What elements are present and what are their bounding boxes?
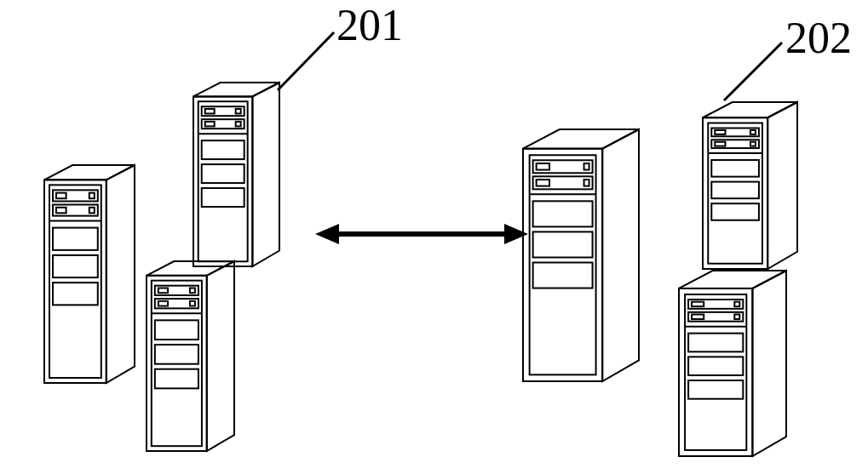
svg-rect-81 (692, 315, 704, 319)
server-s3 (145, 260, 236, 453)
svg-rect-68 (750, 142, 756, 146)
svg-rect-36 (158, 288, 168, 294)
leader-201 (278, 32, 334, 90)
server-s4 (521, 128, 641, 383)
svg-rect-62 (708, 123, 762, 264)
svg-rect-64 (715, 130, 725, 134)
svg-marker-5 (106, 165, 135, 383)
server-s5 (701, 100, 799, 271)
svg-rect-70 (711, 160, 759, 177)
svg-rect-26 (236, 122, 241, 126)
svg-rect-54 (584, 180, 589, 186)
svg-rect-7 (53, 190, 98, 201)
svg-rect-16 (53, 283, 98, 305)
svg-marker-61 (767, 102, 797, 269)
svg-rect-8 (56, 193, 66, 199)
svg-rect-11 (56, 208, 66, 214)
svg-rect-71 (711, 182, 759, 199)
svg-rect-51 (584, 163, 589, 170)
svg-rect-29 (202, 164, 244, 183)
svg-rect-14 (53, 228, 98, 250)
svg-rect-53 (537, 180, 549, 186)
svg-rect-58 (533, 262, 593, 288)
svg-rect-82 (734, 315, 739, 319)
svg-rect-40 (190, 301, 195, 306)
svg-rect-43 (155, 345, 198, 364)
svg-rect-39 (158, 301, 168, 306)
svg-marker-75 (752, 271, 786, 456)
label-202: 202 (785, 13, 852, 63)
svg-marker-33 (207, 261, 234, 451)
svg-rect-24 (202, 119, 244, 128)
svg-rect-21 (202, 106, 244, 116)
svg-rect-86 (688, 380, 743, 399)
svg-rect-25 (205, 122, 215, 126)
svg-rect-57 (533, 231, 593, 257)
svg-rect-78 (692, 302, 704, 306)
svg-rect-73 (679, 288, 752, 456)
svg-rect-50 (537, 163, 549, 170)
svg-marker-1 (315, 224, 339, 244)
svg-rect-23 (236, 109, 241, 113)
svg-rect-85 (688, 357, 743, 375)
svg-marker-47 (602, 129, 639, 381)
leader-202 (724, 43, 782, 100)
svg-rect-37 (190, 288, 195, 294)
svg-rect-65 (750, 130, 756, 134)
svg-rect-72 (711, 203, 759, 220)
svg-rect-44 (155, 369, 198, 389)
svg-rect-42 (155, 320, 198, 340)
svg-rect-28 (202, 140, 244, 159)
svg-rect-15 (53, 255, 98, 277)
svg-rect-48 (530, 155, 596, 374)
svg-rect-30 (202, 188, 244, 207)
svg-rect-9 (89, 193, 95, 199)
svg-rect-10 (53, 204, 98, 215)
svg-rect-6 (49, 185, 101, 378)
svg-rect-56 (533, 201, 593, 226)
svg-rect-84 (688, 334, 743, 352)
svg-rect-45 (523, 149, 602, 381)
svg-rect-79 (734, 302, 739, 306)
svg-rect-22 (205, 109, 215, 113)
label-201: 201 (336, 0, 403, 50)
server-s6 (677, 269, 788, 458)
svg-rect-38 (155, 299, 198, 308)
svg-marker-19 (252, 83, 279, 266)
double-arrow (315, 224, 528, 244)
svg-rect-12 (89, 208, 95, 214)
server-s2 (192, 81, 281, 268)
svg-rect-35 (155, 286, 198, 295)
svg-rect-76 (685, 294, 746, 450)
svg-rect-67 (715, 142, 725, 146)
server-s1 (43, 163, 136, 385)
